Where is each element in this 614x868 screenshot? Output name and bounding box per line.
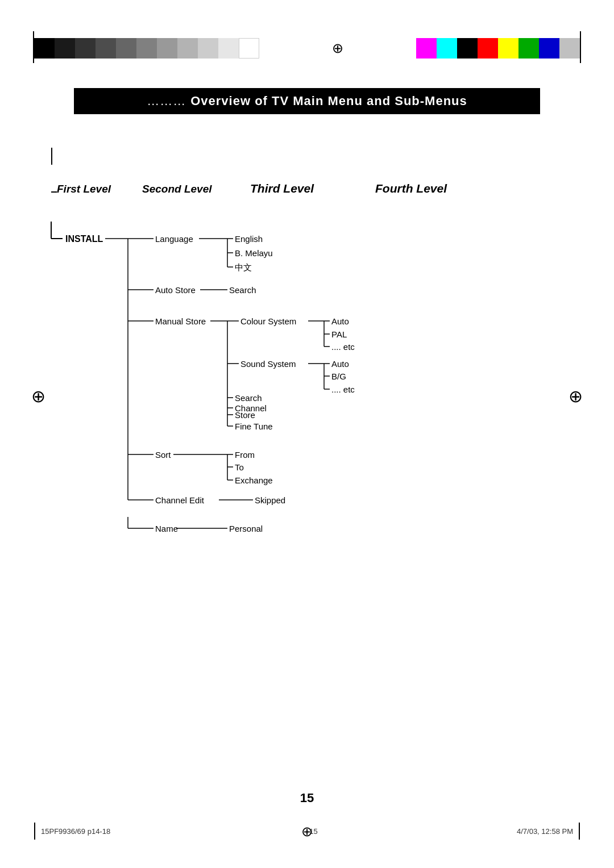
store2-label: Store	[235, 410, 255, 420]
chinese-label: 中文	[235, 262, 252, 272]
magenta-block	[416, 38, 437, 59]
footer-left-line	[34, 823, 35, 840]
etc2-label: .... etc	[331, 385, 355, 394]
search1-label: Search	[229, 285, 256, 295]
gs-block	[177, 38, 198, 59]
footer-crosshair-icon: ⊕	[301, 824, 313, 840]
bg-label: B/G	[331, 372, 346, 381]
top-crosshair-icon: ⊕	[332, 40, 343, 56]
second-level-header: Second Level	[142, 183, 250, 195]
tree-svg: INSTALL Language English B. Melayu 中文 Au…	[51, 222, 563, 540]
third-level-header: Third Level	[250, 182, 375, 195]
blue-block	[539, 38, 559, 59]
tree-diagram: INSTALL Language English B. Melayu 中文 Au…	[51, 222, 563, 542]
search2-label: Search	[235, 393, 262, 403]
headers-row: First Level Second Level Third Level Fou…	[51, 182, 447, 195]
gs-block	[34, 38, 55, 59]
soundsystem-label: Sound System	[240, 359, 296, 369]
side-line-left	[33, 31, 34, 63]
gs-block	[239, 38, 259, 59]
gs-block	[116, 38, 136, 59]
top-bar: ⊕	[0, 34, 614, 62]
exchange-label: Exchange	[235, 475, 273, 485]
header-vline	[51, 148, 52, 165]
gs-block	[218, 38, 239, 59]
header-hline	[51, 191, 57, 193]
black-block	[457, 38, 478, 59]
gs-block	[75, 38, 96, 59]
skipped-label: Skipped	[255, 495, 285, 505]
yellow-block	[498, 38, 518, 59]
install-label: INSTALL	[65, 234, 103, 244]
auto2-label: Auto	[331, 359, 349, 369]
sort-label: Sort	[155, 450, 171, 460]
cyan-block	[437, 38, 457, 59]
to-label: To	[235, 462, 244, 472]
side-line-right	[580, 31, 581, 63]
bmelayu-label: B. Melayu	[235, 248, 273, 258]
gs-block	[96, 38, 116, 59]
gs-block	[55, 38, 75, 59]
language-label: Language	[155, 234, 193, 244]
red-block	[478, 38, 498, 59]
page-number: 15	[300, 791, 314, 806]
auto1-label: Auto	[331, 316, 349, 326]
name-label: Name	[155, 524, 178, 533]
gs-block	[136, 38, 157, 59]
gs-block	[157, 38, 177, 59]
left-crosshair-icon: ⊕	[31, 386, 45, 406]
coloursystem-label: Colour System	[240, 316, 296, 326]
green-block	[518, 38, 539, 59]
autostore-label: Auto Store	[155, 285, 196, 295]
from-label: From	[235, 450, 255, 460]
center-crosshair-area: ⊕	[259, 40, 416, 56]
grayscale-bar	[34, 38, 259, 59]
footer-right-line	[579, 823, 580, 840]
page-title: ………Overview of TV Main Menu and Sub-Menu…	[74, 88, 540, 114]
first-level-header: First Level	[57, 183, 142, 195]
right-crosshair-icon: ⊕	[569, 386, 583, 406]
silver-block	[559, 38, 580, 59]
finetune-label: Fine Tune	[235, 422, 273, 431]
footer-date: 4/7/03, 12:58 PM	[517, 827, 573, 836]
title-text: Overview of TV Main Menu and Sub-Menus	[190, 94, 467, 108]
english-label: English	[235, 234, 263, 244]
fourth-level-header: Fourth Level	[375, 182, 447, 195]
pal-label: PAL	[331, 329, 347, 339]
gs-block	[198, 38, 218, 59]
personal-label: Personal	[229, 524, 263, 533]
channeledit-label: Channel Edit	[155, 495, 205, 505]
title-dots: ………	[147, 94, 186, 108]
etc1-label: .... etc	[331, 342, 355, 352]
footer-file-ref: 15PF9936/69 p14-18	[41, 827, 110, 836]
color-bar	[416, 38, 580, 59]
manualstore-label: Manual Store	[155, 316, 206, 326]
